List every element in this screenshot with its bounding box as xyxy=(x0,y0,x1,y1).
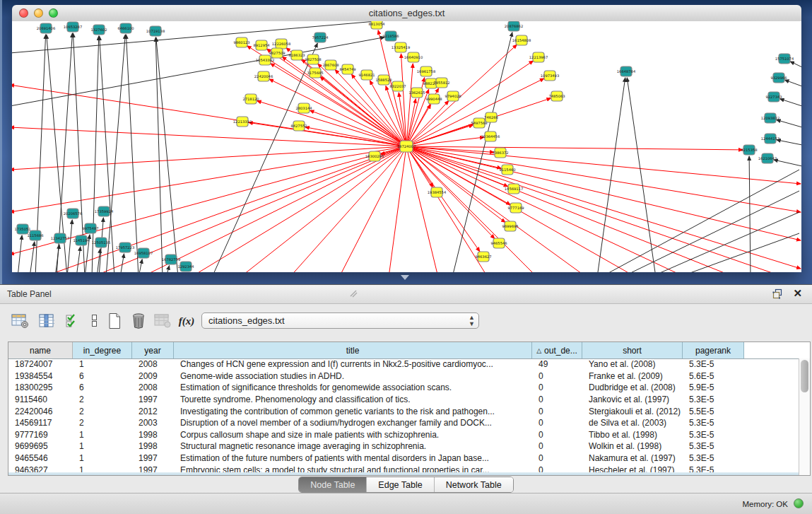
graph-node[interactable]: 16648784 xyxy=(617,66,636,76)
import-table-icon[interactable] xyxy=(153,311,172,331)
graph-node[interactable]: 10719138 xyxy=(146,26,165,36)
graph-node[interactable]: 9699695 xyxy=(502,221,518,231)
table-row[interactable]: 2242004622012Investigating the contribut… xyxy=(8,405,799,417)
window-titlebar[interactable]: citations_edges.txt xyxy=(12,5,801,22)
graph-node[interactable]: 9227343 xyxy=(765,92,782,102)
tab-edge-table[interactable]: Edge Table xyxy=(367,477,434,492)
table-selector-dropdown[interactable]: citations_edges.txt ▲▼ xyxy=(201,313,479,329)
graph-node[interactable]: 1362615 xyxy=(408,88,425,98)
horizontal-scrollbar[interactable] xyxy=(8,472,799,475)
graph-node[interactable]: 2803144 xyxy=(295,103,312,113)
graph-node[interactable]: 9975487 xyxy=(82,223,98,233)
graph-node[interactable]: 12226058 xyxy=(272,39,290,49)
graph-node[interactable]: 2718120 xyxy=(242,94,259,104)
graph-node[interactable]: 9463627 xyxy=(475,252,491,262)
column-header-short[interactable]: short xyxy=(582,342,683,358)
network-view[interactable]: 1872400718300295549756874626620364456738… xyxy=(12,21,801,272)
graph-node[interactable]: 9218586 xyxy=(382,31,399,41)
graph-node[interactable]: 8322037 xyxy=(389,81,406,91)
graph-node[interactable]: 9115460 xyxy=(499,165,515,175)
graph-node[interactable]: 12213312 xyxy=(233,117,252,127)
graph-node[interactable]: 20876862 xyxy=(505,21,523,31)
splitter-collapse-icon[interactable] xyxy=(401,275,409,280)
table-row[interactable]: 1830029562008Estimation of significance … xyxy=(8,382,799,394)
row-height-icon[interactable] xyxy=(85,311,105,331)
panel-close-icon[interactable]: ✕ xyxy=(793,288,802,299)
table-row[interactable]: 946554611997Estimation of the future num… xyxy=(8,452,799,465)
tab-node-table[interactable]: Node Table xyxy=(299,477,367,492)
graph-node[interactable]: 20364456 xyxy=(481,132,500,141)
graph-node[interactable]: 7957224 xyxy=(312,33,329,42)
column-header-year[interactable]: year xyxy=(132,342,174,358)
table-body[interactable]: 1872400712008Changes of HCN gene express… xyxy=(8,358,799,472)
graph-node[interactable]: 12213967 xyxy=(529,52,548,62)
graph-node[interactable]: 12505135 xyxy=(92,238,110,247)
graph-node[interactable]: 8813054 xyxy=(368,21,385,29)
graph-node[interactable]: 19384554 xyxy=(428,187,447,197)
table-mode-icon[interactable] xyxy=(10,311,30,331)
table-row[interactable]: 946362711997Embryonic stem cells: a mode… xyxy=(8,464,799,472)
scrollbar-thumb[interactable] xyxy=(801,360,808,392)
graph-node[interactable]: 7485063 xyxy=(548,91,565,101)
pane-resize-grip-icon[interactable] xyxy=(348,288,358,298)
graph-node[interactable]: 16782759 xyxy=(162,255,180,264)
tab-network-table[interactable]: Network Table xyxy=(435,477,513,492)
table-row[interactable]: 1938455462009Genome-wide association stu… xyxy=(8,370,799,382)
graph-node[interactable]: 9827508 xyxy=(305,54,321,64)
column-header-in_degree[interactable]: in_degree xyxy=(73,342,132,358)
graph-node[interactable]: 9465546 xyxy=(490,238,507,248)
graph-node[interactable]: 746266 xyxy=(484,112,498,122)
delete-column-icon[interactable] xyxy=(129,311,148,331)
graph-node[interactable]: 16154808 xyxy=(512,35,531,45)
graph-node[interactable]: 1115686 xyxy=(27,230,43,240)
column-header-pagerank[interactable]: pagerank xyxy=(683,342,744,358)
graph-node[interactable]: 10653287 xyxy=(64,22,82,32)
graph-node[interactable]: 9146821 xyxy=(358,70,375,80)
graph-node[interactable]: 14569117 xyxy=(505,184,523,194)
graph-node[interactable]: 1735051 xyxy=(14,224,30,234)
graph-node[interactable]: 16640910 xyxy=(404,52,423,62)
graph-node[interactable]: 12444153 xyxy=(761,134,779,144)
graph-node[interactable]: 9990448 xyxy=(425,94,442,104)
column-header-title[interactable]: title xyxy=(174,342,532,358)
graph-node[interactable]: 8215358 xyxy=(741,145,757,155)
graph-node[interactable]: 7855812 xyxy=(433,78,449,88)
vertical-scrollbar[interactable] xyxy=(799,358,810,475)
graph-node[interactable]: 7386372 xyxy=(492,148,508,158)
table-row[interactable]: 1456911722003Disruption of a novel membe… xyxy=(8,417,799,429)
column-header-out_de[interactable]: △out_de... xyxy=(532,342,582,358)
graph-node[interactable]: 12342757 xyxy=(51,233,69,243)
table-row[interactable]: 969969511998Structural magnetic resonanc… xyxy=(8,440,799,452)
graph-node[interactable]: 9827509 xyxy=(269,48,285,58)
graph-node[interactable]: 16961758 xyxy=(417,66,435,76)
graph-node[interactable]: 9777169 xyxy=(507,203,524,213)
graph-node[interactable]: 17957223 xyxy=(116,243,134,252)
graph-node[interactable]: 1588520 xyxy=(375,75,392,85)
graph-node[interactable]: 2867608 xyxy=(322,60,339,70)
graph-node[interactable]: 9794028 xyxy=(445,91,461,101)
graph-node[interactable]: 20691406 xyxy=(37,23,55,33)
graph-node[interactable]: 9329966 xyxy=(770,73,787,83)
column-header-name[interactable]: name xyxy=(8,342,73,358)
graph-node[interactable]: 5497568 xyxy=(471,118,487,128)
graph-node[interactable]: 16210643 xyxy=(758,153,777,163)
graph-node[interactable]: 6466100 xyxy=(117,23,134,33)
column-visibility-icon[interactable] xyxy=(37,311,57,331)
float-window-icon[interactable] xyxy=(772,288,784,300)
create-column-icon[interactable] xyxy=(105,311,124,331)
graph-node[interactable]: 8186323 xyxy=(288,50,305,60)
graph-node[interactable]: 1292344 xyxy=(177,262,194,271)
graph-node[interactable]: 12093832 xyxy=(761,113,779,123)
table-row[interactable]: 977716911998Corpus callosum shape and si… xyxy=(8,429,799,441)
graph-node[interactable]: 8912954 xyxy=(253,40,270,50)
table-row[interactable]: 911546021997Tourette syndrome. Phenomeno… xyxy=(8,394,799,406)
graph-node[interactable]: 3175685 xyxy=(307,68,323,78)
graph-node[interactable]: 20206576 xyxy=(64,209,82,218)
graph-node[interactable]: 1327602 xyxy=(90,25,107,35)
graph-node[interactable]: 18724007 xyxy=(397,141,416,152)
table-panel-header[interactable]: Table Panel ✕ xyxy=(0,285,812,304)
select-columns-icon[interactable] xyxy=(62,311,82,331)
graph-node[interactable]: 9860123 xyxy=(233,37,249,47)
graph-node[interactable]: 8427552 xyxy=(290,121,307,131)
function-builder-icon[interactable]: f(x) xyxy=(177,311,196,331)
